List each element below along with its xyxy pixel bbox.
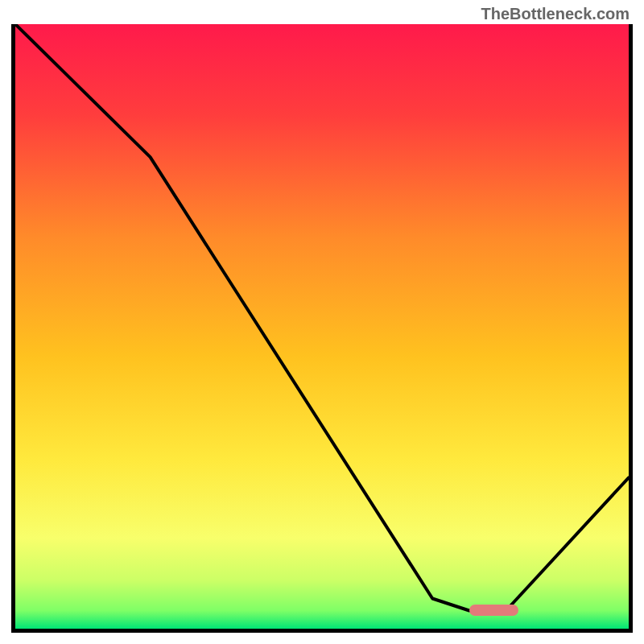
optimal-marker — [469, 605, 518, 616]
watermark-text: TheBottleneck.com — [481, 5, 630, 23]
svg-rect-0 — [15, 24, 629, 629]
chart-area — [11, 24, 633, 633]
gradient-background — [15, 24, 629, 629]
